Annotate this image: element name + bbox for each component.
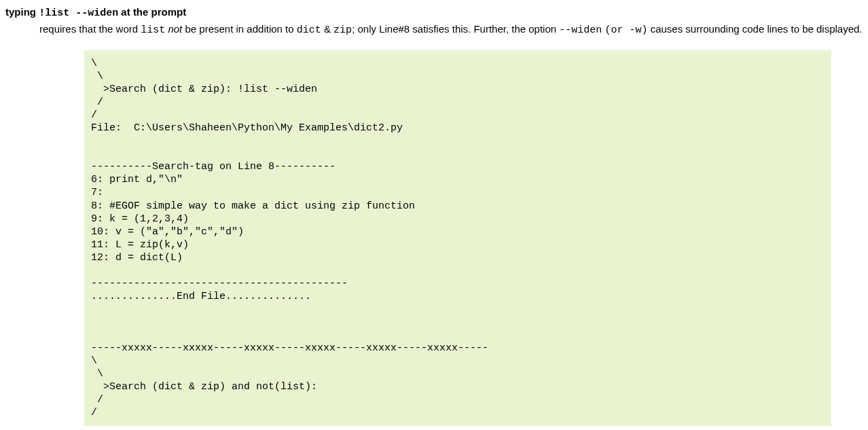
desc-text-1: requires that the word [39, 23, 141, 35]
desc-code-list: list [141, 24, 165, 36]
desc-text-5: ; only Line#8 satisfies this. Further, t… [352, 23, 559, 35]
code-output-block: \ \ >Search (dict & zip): !list --widen … [84, 50, 831, 426]
desc-code-widen: --widen [559, 24, 602, 36]
heading-code: !list --widen [39, 7, 118, 19]
heading-suffix: at the prompt [118, 6, 186, 18]
desc-code-dict: dict [297, 24, 321, 36]
heading-line: typing !list --widen at the prompt [5, 5, 863, 20]
desc-italic-not: not [168, 23, 182, 35]
desc-text-7: causes surrounding code lines to be disp… [648, 23, 863, 35]
description-paragraph: requires that the word list not be prese… [39, 22, 863, 38]
desc-code-zip: zip [333, 24, 352, 36]
desc-text-3: be present in addition to [182, 23, 296, 35]
desc-text-4: & [321, 23, 333, 35]
desc-code-w: (or -w) [604, 24, 647, 36]
heading-prefix: typing [5, 6, 39, 18]
